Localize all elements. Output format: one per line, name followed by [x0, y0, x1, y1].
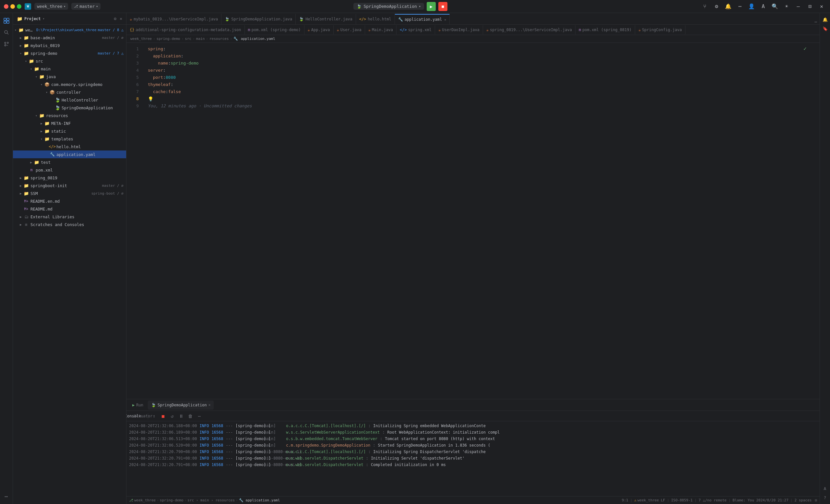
tab-close-icon[interactable]: ✕	[444, 18, 446, 22]
tree-item-springboot-init[interactable]: ▶ 📁 springboot-init master / ∅	[13, 182, 126, 189]
breadcrumb-main[interactable]: main	[196, 37, 205, 41]
scroll-up-icon[interactable]: ↑	[150, 412, 158, 420]
minimize-window-button[interactable]	[10, 4, 15, 9]
tab2-metadata-json[interactable]: {} additional-spring-configuration-metad…	[126, 25, 245, 34]
right-bar-bookmarks-icon[interactable]: 🔖	[821, 25, 829, 32]
more-tools-button[interactable]: ⋯	[1, 491, 12, 501]
right-bar-help-icon[interactable]: ?	[821, 494, 829, 501]
git-branch-status[interactable]: ⎇ week_three › spring-demo › src › main …	[129, 498, 280, 502]
tree-item-meta-inf[interactable]: ▶ 📁 META-INF	[13, 119, 126, 127]
git-status[interactable]: ⚠ week_three	[634, 498, 659, 502]
cursor-position-status[interactable]: 9:1	[622, 498, 628, 502]
tree-item-pom-xml[interactable]: m pom.xml	[13, 166, 126, 174]
rerun-icon[interactable]: ↺	[168, 412, 176, 420]
breadcrumb-week-three[interactable]: week_three	[130, 37, 152, 41]
tab-mybatis-userserviceimpl[interactable]: ☕ mybatis_0819...\UserServiceImpl.java	[126, 14, 221, 24]
project-selector[interactable]: week_three ▾	[34, 3, 68, 10]
clear-console-icon[interactable]: 🗑	[186, 412, 194, 420]
tree-item-spring-0819[interactable]: ▶ 📁 spring_0819	[13, 174, 126, 182]
tree-item-base-admin[interactable]: ▶ 📁 base-admin master / ∅	[13, 34, 126, 41]
suspend-icon[interactable]: ⏸	[177, 412, 185, 420]
tree-item-mybatis[interactable]: ▶ 📁 mybatis_0819	[13, 41, 126, 49]
more-icon[interactable]: ⋯	[735, 2, 744, 11]
tree-item-java[interactable]: ▾ 📁 java	[13, 73, 126, 81]
maximize-panel-icon[interactable]: ⊡	[815, 498, 817, 502]
tree-item-controller[interactable]: ▾ 📦 controller	[13, 88, 126, 96]
blame-status[interactable]: Blame: You 2024/8/20 21:27	[733, 498, 789, 502]
right-bar-translate-icon[interactable]: A	[821, 484, 829, 492]
checkmark-icon[interactable]: ✓	[803, 45, 807, 52]
more-tabs-icon[interactable]: ⋯	[812, 20, 820, 24]
breadcrumb-application-yaml[interactable]: 🔧 application.yaml	[233, 37, 275, 41]
tab-hello-controller[interactable]: 🍃 HelloController.java	[296, 14, 356, 24]
tree-item-spring-demo-app[interactable]: 🍃 SpringDemoApplication	[13, 104, 126, 112]
right-bar-notifications-icon[interactable]: 🔔	[821, 15, 829, 23]
tab2-pom-spring-demo[interactable]: m pom.xml (spring-demo)	[245, 25, 305, 34]
run-config-selector[interactable]: 🍃 SpringDemoApplication ▾	[353, 3, 424, 10]
tree-item-templates[interactable]: ▾ 📁 templates	[13, 135, 126, 143]
run-button[interactable]: ▶	[427, 2, 436, 11]
minimize-icon[interactable]: —	[794, 2, 803, 11]
tree-item-src[interactable]: ▾ 📁 src	[13, 57, 126, 65]
tab2-user-java[interactable]: ☕ User.java	[333, 25, 365, 34]
tree-item-static[interactable]: ▶ 📁 static	[13, 127, 126, 135]
stop-process-icon[interactable]: ■	[159, 412, 167, 420]
tab2-spring-config-java[interactable]: ☕ SpringConfig.java	[635, 25, 685, 34]
indent-status[interactable]: 2 spaces	[794, 498, 811, 502]
charset-status[interactable]: ISO-8859-1	[671, 498, 693, 502]
branch-selector[interactable]: ⎇ master ▾	[71, 3, 100, 10]
maximize-window-button[interactable]	[17, 4, 22, 9]
stop-button[interactable]: ■	[438, 2, 447, 11]
tree-root-item[interactable]: ▾ 📁 week_three D:\Project\shixun\week_th…	[13, 26, 126, 34]
tab-application-yaml[interactable]: 🔧 application.yaml ✕	[395, 14, 450, 24]
project-tool-button[interactable]	[1, 15, 12, 26]
breadcrumb-spring-demo[interactable]: spring-demo	[157, 37, 180, 41]
vcs-icon[interactable]: ⑂	[700, 2, 709, 11]
tree-item-package[interactable]: ▾ 📦 com.memory.springdemo	[13, 81, 126, 88]
vcs-tool-button[interactable]	[1, 39, 12, 49]
panel-close-icon[interactable]: ✕	[120, 16, 122, 21]
code-content[interactable]: spring: application: name: spring-demo s…	[143, 43, 820, 399]
tree-item-scratches[interactable]: ▶ ≡ Scratches and Consoles	[13, 221, 126, 228]
tree-item-hello-controller[interactable]: 🍃 HelloController	[13, 96, 126, 104]
run-tab[interactable]: ▶ Run	[129, 401, 147, 410]
close-bottom-tab-icon[interactable]: ✕	[209, 403, 211, 407]
tab2-user-dao-impl[interactable]: ☕ UserDaoImpl.java	[435, 25, 483, 34]
breadcrumb-src[interactable]: src	[185, 37, 191, 41]
code-editor[interactable]: 1 2 3 4 5 6 7 8 9 spring: application:	[126, 43, 820, 399]
tab2-pom-spring-0819[interactable]: m pom.xml (spring_0819)	[575, 25, 635, 34]
tree-item-hello-html[interactable]: </> hello.html	[13, 143, 126, 151]
more-console-icon[interactable]: ⋯	[195, 412, 203, 420]
tab2-main-java[interactable]: ☕ Main.java	[365, 25, 396, 34]
panel-settings-icon[interactable]: ⚙	[114, 16, 117, 21]
close-icon[interactable]: ✕	[817, 2, 826, 11]
search-icon[interactable]: 🔍	[770, 2, 779, 11]
tab-hello-html[interactable]: </> hello.html	[356, 14, 395, 24]
tree-item-ssm[interactable]: ▶ 📁 SSM spring-boot / ∅	[13, 189, 126, 197]
settings-icon[interactable]: ⚙	[712, 2, 721, 11]
vcs-warnings-status[interactable]: 7 △/no remote	[699, 498, 727, 502]
tree-item-readme-en[interactable]: M+ README.en.md	[13, 197, 126, 205]
restore-icon[interactable]: ⊡	[805, 2, 815, 11]
bulb-icon[interactable]: 💡	[148, 95, 153, 102]
tab2-spring-xml[interactable]: </> spring.xml	[396, 25, 435, 34]
tree-item-application-yaml[interactable]: 🔧 application.yaml	[13, 151, 126, 158]
tree-item-resources[interactable]: ▾ 📁 resources	[13, 112, 126, 119]
profile-icon[interactable]: 👤	[747, 2, 756, 11]
actuator-tab-btn[interactable]: ⚡ Actuator	[138, 412, 146, 420]
tab-spring-demo-app[interactable]: 🍃 SpringDemoApplication.java	[221, 14, 296, 24]
tree-item-test[interactable]: ▶ 📁 test	[13, 158, 126, 166]
appearance-icon[interactable]: ☀	[782, 2, 791, 11]
tab2-spring-0819-userserviceimpl[interactable]: ☕ spring_0819...\UserServiceImpl.java	[483, 25, 575, 34]
notifications-icon[interactable]: 🔔	[724, 2, 733, 11]
tree-item-main[interactable]: ▾ 📁 main	[13, 65, 126, 73]
find-tool-button[interactable]	[1, 27, 12, 38]
tab2-app-java[interactable]: ☕ App.java	[305, 25, 333, 34]
line-ending-status[interactable]: LF	[661, 498, 665, 502]
spring-demo-app-tab[interactable]: 🍃 SpringDemoApplication ✕	[148, 401, 214, 410]
translate-icon[interactable]: A	[759, 2, 768, 11]
tree-item-external-libs[interactable]: ▶ 🗂 External Libraries	[13, 213, 126, 221]
close-window-button[interactable]	[4, 4, 8, 9]
tree-item-spring-demo[interactable]: ▾ 📁 spring-demo master / 7 △	[13, 49, 126, 57]
tree-item-readme[interactable]: M+ README.md	[13, 205, 126, 213]
